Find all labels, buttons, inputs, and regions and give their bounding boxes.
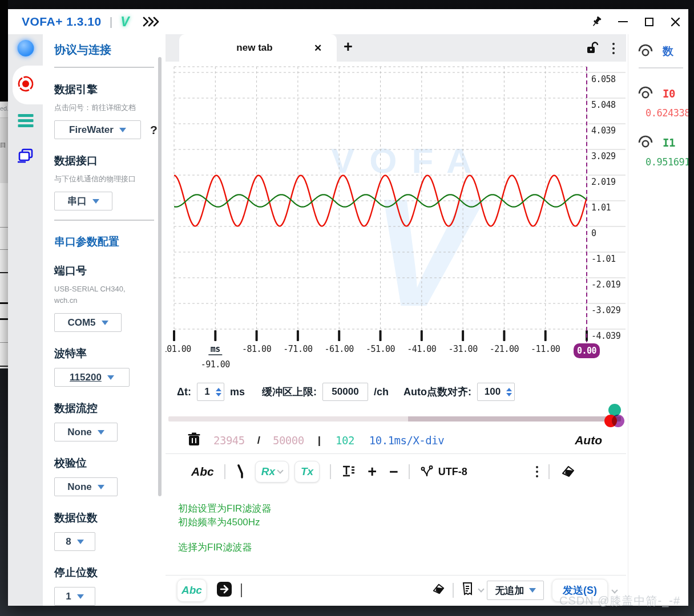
- font-increase-button[interactable]: +: [368, 463, 377, 481]
- divider: [166, 575, 626, 576]
- chart-canvas[interactable]: 6.0585.0484.0393.0292.0191.010-1.01-2.01…: [166, 62, 626, 374]
- unlock-icon[interactable]: [585, 41, 599, 57]
- clear-trash-icon[interactable]: [187, 432, 201, 449]
- stop-bits-dropdown[interactable]: 1: [54, 587, 95, 606]
- maximize-button[interactable]: [636, 12, 662, 31]
- encoding-label[interactable]: UTF-8: [438, 466, 467, 478]
- tx-toggle-button[interactable]: Tx: [294, 461, 320, 483]
- y-tick-label: 5.048: [591, 100, 616, 110]
- dropdown-arrow-icon: [119, 128, 126, 132]
- input-caret: [241, 583, 242, 597]
- y-tick-label: 1.01: [591, 202, 611, 213]
- x-tick-mark: [173, 330, 175, 341]
- buffer-input[interactable]: 50000: [322, 383, 368, 401]
- y-tick-label: 3.029: [591, 151, 616, 161]
- vofa-window: VOFA+ 1.3.10 | V: [8, 9, 688, 606]
- divider: [409, 464, 410, 479]
- auto-scale-button[interactable]: Auto: [575, 433, 602, 447]
- vofa-logo-icon: V: [120, 14, 129, 30]
- dt-stepper[interactable]: 1: [197, 383, 224, 401]
- serial-config-heading: 串口参数配置: [54, 234, 166, 249]
- add-tab-button[interactable]: +: [344, 38, 353, 56]
- y-tick-label: -3.029: [591, 305, 621, 315]
- baud-dropdown[interactable]: 115200: [54, 368, 130, 387]
- flow-control-dropdown[interactable]: None: [54, 423, 118, 441]
- background-desktop-strip: [0, 0, 8, 102]
- tab-options-icon[interactable]: [612, 43, 615, 54]
- text-mode-button[interactable]: Abc: [191, 465, 214, 479]
- y-tick-label: 6.058: [591, 74, 616, 84]
- stepper-arrows-icon[interactable]: [506, 388, 512, 396]
- tab-new-tab[interactable]: new tab ✕: [179, 34, 337, 62]
- divider: [224, 464, 225, 479]
- app-title: VOFA+ 1.3.10: [22, 15, 102, 29]
- x-tick-label: -101.00: [166, 344, 191, 354]
- record-icon[interactable]: [16, 74, 35, 96]
- background-window-fragment: [0, 183, 8, 368]
- dropdown-arrow-icon: [107, 375, 114, 380]
- clear-input-eraser-icon[interactable]: [431, 582, 446, 598]
- append-mode-dropdown[interactable]: 无追加: [487, 581, 544, 600]
- engine-dropdown[interactable]: FireWater: [54, 120, 141, 139]
- text-format-icon[interactable]: [341, 464, 356, 479]
- dropdown-arrow-icon: [529, 588, 536, 593]
- trigger-pointer-icon[interactable]: [236, 464, 246, 479]
- interface-value: 串口: [67, 194, 87, 208]
- channels-header-label: 数: [663, 44, 673, 59]
- eye-icon[interactable]: [636, 84, 655, 103]
- y-tick-label: 2.019: [591, 177, 616, 187]
- menu-hamburger-icon[interactable]: [18, 114, 33, 127]
- channel-dot-purple[interactable]: [612, 415, 624, 427]
- more-options-icon[interactable]: [536, 466, 538, 477]
- stepper-arrows-icon[interactable]: [216, 388, 221, 396]
- rx-toggle-button[interactable]: Rx: [255, 461, 289, 483]
- send-file-icon[interactable]: [216, 581, 233, 600]
- encoding-branch-icon[interactable]: [420, 465, 434, 479]
- console-line: 初始频率为4500Hz: [178, 516, 271, 529]
- tab-bar: new tab ✕ +: [166, 34, 626, 62]
- eye-icon[interactable]: [636, 133, 655, 152]
- channel-row-i1[interactable]: I1: [636, 133, 675, 152]
- x-axis-unit: ms: [211, 344, 220, 354]
- y-tick-label: 4.039: [591, 125, 616, 136]
- buffer-scrollbar[interactable]: [168, 416, 621, 422]
- parity-value: None: [67, 481, 92, 493]
- append-mode-value: 无追加: [495, 584, 524, 597]
- clear-console-eraser-icon[interactable]: [560, 464, 576, 479]
- titlebar[interactable]: VOFA+ 1.3.10 | V: [8, 9, 688, 34]
- y-tick-label: -1.01: [591, 254, 616, 264]
- close-button[interactable]: [662, 12, 688, 31]
- history-list-icon[interactable]: [461, 582, 474, 599]
- help-question-button[interactable]: ?: [150, 123, 158, 137]
- pin-icon[interactable]: [583, 12, 610, 31]
- x-tick-label: -11.00: [531, 344, 560, 354]
- data-bits-heading: 数据位数: [54, 510, 166, 525]
- background-line: [0, 366, 8, 367]
- chevron-down-icon[interactable]: [611, 587, 618, 593]
- parity-dropdown[interactable]: None: [54, 477, 118, 496]
- font-decrease-button[interactable]: −: [389, 463, 398, 481]
- interface-dropdown[interactable]: 串口: [54, 192, 112, 210]
- channel-row-i0[interactable]: I0: [636, 84, 675, 103]
- waveform-chart[interactable]: VOFA V 6.0585.0484.0393.0292.0191.010-1.…: [166, 62, 626, 374]
- send-text-mode-button[interactable]: Abc: [177, 579, 207, 602]
- port-hint: USB-SERIAL CH340,wch.cn: [54, 283, 156, 306]
- panel-scrollbar[interactable]: [158, 57, 162, 496]
- stop-bits-heading: 停止位数: [54, 565, 166, 580]
- expand-chevrons-icon[interactable]: [142, 16, 162, 27]
- channels-header[interactable]: 数: [636, 42, 673, 60]
- tab-close-icon[interactable]: ✕: [314, 42, 337, 54]
- x-tick-mark: [380, 330, 382, 341]
- align-stepper[interactable]: 100: [477, 383, 515, 401]
- count-separator: /: [257, 434, 260, 447]
- console-toolbar: Abc Rx Tx + −: [166, 455, 626, 488]
- chevron-down-icon[interactable]: [478, 586, 484, 592]
- eye-icon[interactable]: [636, 42, 655, 60]
- dt-label: Δt:: [177, 386, 191, 398]
- connection-orb-icon[interactable]: [17, 40, 34, 56]
- minimize-button[interactable]: [610, 12, 636, 31]
- data-bits-dropdown[interactable]: 8: [54, 532, 95, 551]
- layers-icon[interactable]: [15, 146, 36, 169]
- port-dropdown[interactable]: COM5: [54, 313, 122, 332]
- flow-control-heading: 数据流控: [54, 401, 166, 416]
